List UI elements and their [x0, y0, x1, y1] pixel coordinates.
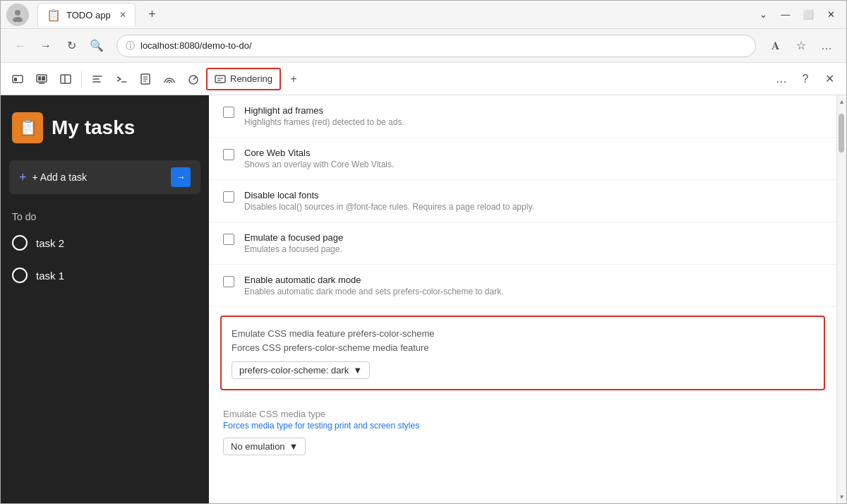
task-circle-icon [12, 268, 28, 283]
media-type-dropdown[interactable]: No emulation ▼ [223, 438, 306, 455]
core-web-vitals-title: Core Web Vitals [244, 148, 394, 158]
media-type-dropdown-arrow: ▼ [289, 441, 299, 452]
elements-icon[interactable] [86, 68, 109, 90]
auto-dark-mode-text: Enable automatic dark mode Enables autom… [244, 275, 504, 296]
plus-icon: + [19, 170, 27, 185]
core-web-vitals-text: Core Web Vitals Shows an overlay with Co… [244, 148, 394, 169]
titlebar-left: 📋 TODO app ✕ + [6, 3, 164, 27]
favorite-button[interactable]: ☆ [790, 35, 812, 57]
emulate-focused-text: Emulate a focused page Emulates a focuse… [244, 232, 343, 254]
scroll-down-button[interactable]: ▼ [838, 491, 846, 503]
active-tab[interactable]: 📋 TODO app ✕ [37, 3, 136, 27]
highlight-ad-item: Highlight ad frames Highlights frames (r… [209, 95, 836, 138]
svg-point-0 [15, 10, 20, 16]
performance-icon[interactable] [182, 68, 205, 90]
task-item-2[interactable]: task 2 [1, 227, 209, 259]
scroll-up-button[interactable]: ▲ [838, 95, 846, 108]
media-type-section: Emulate CSS media type Forces media type… [209, 399, 836, 465]
task-label: task 2 [36, 237, 64, 249]
auto-dark-mode-item: Enable automatic dark mode Enables autom… [209, 265, 836, 307]
core-web-vitals-checkbox[interactable] [223, 149, 234, 160]
scroll-track[interactable] [837, 108, 846, 491]
new-tab-button[interactable]: + [141, 4, 164, 26]
tab-close-button[interactable]: ✕ [119, 10, 126, 20]
add-task-label: + Add a task [32, 172, 165, 183]
app-logo-icon: 📋 [12, 112, 43, 143]
svg-rect-5 [38, 76, 41, 80]
svg-line-17 [193, 77, 196, 80]
reader-mode-button[interactable]: 𝐀 [764, 35, 787, 57]
add-panel-button[interactable]: + [282, 68, 305, 90]
clipboard-icon: 📋 [18, 119, 37, 137]
disable-local-fonts-checkbox[interactable] [223, 191, 234, 203]
dropdown-value: prefers-color-scheme: dark [239, 365, 349, 376]
navbar: ← → ↻ 🔍 ⓘ localhost:8080/demo-to-do/ 𝐀 ☆… [1, 29, 846, 63]
toggle-sidebar-icon[interactable] [54, 68, 77, 90]
network-icon[interactable] [158, 68, 181, 90]
devtools-close-button[interactable]: ✕ [818, 68, 841, 90]
close-button[interactable]: ✕ [821, 5, 841, 25]
titlebar: 📋 TODO app ✕ + ⌄ — ⬜ ✕ [1, 1, 846, 29]
add-task-arrow-icon: → [171, 167, 191, 187]
navbar-right: 𝐀 ☆ … [764, 35, 838, 57]
task-circle-icon [12, 235, 28, 251]
chevron-down-icon[interactable]: ⌄ [753, 5, 773, 25]
disable-local-fonts-title: Disable local fonts [244, 190, 534, 200]
devtools-divider-1 [81, 71, 82, 88]
task-item-1[interactable]: task 1 [1, 259, 209, 292]
media-type-title: Emulate CSS media type [223, 409, 822, 419]
scroll-thumb[interactable] [839, 114, 844, 152]
scrollbar[interactable]: ▲ ▼ [836, 95, 846, 503]
add-task-button[interactable]: + + Add a task → [9, 160, 200, 194]
tab-title: TODO app [66, 10, 111, 20]
highlight-ad-text: Highlight ad frames Highlights frames (r… [244, 105, 404, 127]
search-button[interactable]: 🔍 [85, 35, 108, 57]
disable-local-fonts-text: Disable local fonts Disables local() sou… [244, 190, 534, 212]
prefers-color-scheme-section: Emulate CSS media feature prefers-color-… [220, 316, 825, 390]
device-toolbar-icon[interactable] [6, 68, 29, 90]
restore-button[interactable]: ⬜ [798, 5, 818, 25]
media-type-desc: Forces media type for testing print and … [223, 421, 822, 431]
rendering-tab-label: Rendering [230, 73, 272, 84]
auto-dark-mode-title: Enable automatic dark mode [244, 275, 504, 285]
address-text: localhost:8080/demo-to-do/ [140, 40, 747, 51]
prefers-color-scheme-dropdown[interactable]: prefers-color-scheme: dark ▼ [232, 361, 370, 379]
reload-button[interactable]: ↻ [60, 35, 83, 57]
minimize-button[interactable]: — [776, 5, 795, 25]
highlight-ad-checkbox[interactable] [223, 107, 234, 118]
sidebar: 📋 My tasks + + Add a task → To do task 2… [1, 95, 209, 503]
emulate-focused-item: Emulate a focused page Emulates a focuse… [209, 222, 836, 265]
devtools-toolbar: Rendering + … ? ✕ [1, 63, 846, 95]
forward-button[interactable]: → [35, 35, 57, 57]
profile-icon[interactable] [6, 4, 29, 26]
emulate-focused-desc: Emulates a focused page. [244, 244, 343, 254]
prefers-color-scheme-title: Emulate CSS media feature prefers-color-… [232, 327, 814, 354]
console-icon[interactable] [110, 68, 133, 90]
tab-favicon: 📋 [47, 8, 61, 22]
svg-point-15 [169, 82, 170, 83]
devtools-help-button[interactable]: ? [794, 68, 817, 90]
disable-local-fonts-item: Disable local fonts Disables local() sou… [209, 180, 836, 222]
core-web-vitals-desc: Shows an overlay with Core Web Vitals. [244, 160, 394, 169]
media-type-dropdown-value: No emulation [231, 441, 285, 452]
rendering-tab[interactable]: Rendering [206, 68, 281, 90]
address-bar[interactable]: ⓘ localhost:8080/demo-to-do/ [116, 35, 756, 57]
core-web-vitals-item: Core Web Vitals Shows an overlay with Co… [209, 138, 836, 180]
emulate-focused-checkbox[interactable] [223, 234, 234, 245]
auto-dark-mode-desc: Enables automatic dark mode and sets pre… [244, 287, 504, 296]
dropdown-arrow-icon: ▼ [353, 365, 362, 376]
emulate-focused-title: Emulate a focused page [244, 232, 343, 243]
svg-rect-8 [61, 75, 71, 83]
svg-rect-18 [215, 76, 225, 83]
remote-debug-icon[interactable] [30, 68, 53, 90]
svg-point-1 [13, 17, 23, 22]
highlight-ad-title: Highlight ad frames [244, 105, 404, 116]
more-tools-button[interactable]: … [815, 35, 838, 57]
app-title: My tasks [52, 116, 135, 139]
svg-rect-6 [42, 76, 45, 80]
sources-icon[interactable] [134, 68, 157, 90]
auto-dark-mode-checkbox[interactable] [223, 276, 234, 287]
back-button[interactable]: ← [9, 35, 32, 57]
devtools-more-button[interactable]: … [770, 68, 793, 90]
svg-rect-3 [14, 78, 17, 81]
